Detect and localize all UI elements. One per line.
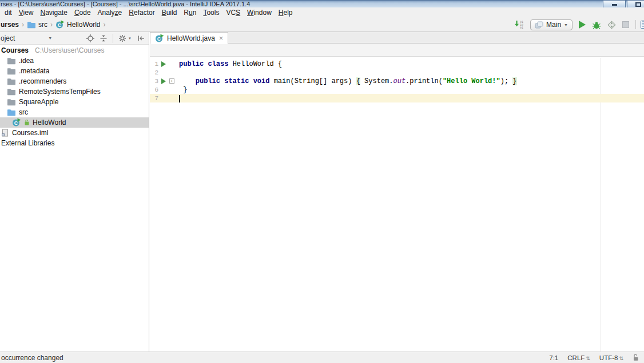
lock-unlocked-icon[interactable] <box>633 354 639 361</box>
code-line-3[interactable]: 3+ public static void main(String[] args… <box>150 77 644 85</box>
marker-icon <box>24 120 30 126</box>
line-number: 1 <box>150 61 158 68</box>
project-tree-item-courses[interactable]: CoursesC:\Users\user\Courses <box>0 45 149 56</box>
code-text <box>176 94 180 102</box>
project-tree-item--recommenders[interactable]: .recommenders <box>0 76 149 86</box>
run-line-icon[interactable] <box>161 61 166 67</box>
fold-expand-icon[interactable]: + <box>169 78 174 84</box>
menu-vcs[interactable]: VCS <box>222 8 244 17</box>
breadcrumb-item-helloworld[interactable]: CHelloWorld <box>55 20 100 29</box>
tab-label: HelloWorld.java <box>167 34 215 42</box>
gutter[interactable]: 6 <box>150 85 176 94</box>
project-tree-item-helloworld[interactable]: CHelloWorld <box>0 117 149 128</box>
tree-item-label: .recommenders <box>19 77 66 85</box>
tree-item-path: C:\Users\user\Courses <box>35 46 104 54</box>
maximize-icon <box>635 2 641 7</box>
menu-navigate[interactable]: Navigate <box>37 8 71 17</box>
code-line-1[interactable]: 1public class HelloWorld { <box>150 60 644 68</box>
menu-dit[interactable]: dit <box>1 8 15 17</box>
window-title: rses - [C:\Users\user\Courses] - [Course… <box>1 1 250 7</box>
folder-icon <box>7 57 16 65</box>
gutter[interactable]: 1 <box>150 60 176 68</box>
code-text: public static void main(String[] args) {… <box>176 77 517 85</box>
debug-button[interactable] <box>592 21 601 29</box>
line-separator-widget[interactable]: CRLF⇅ <box>567 354 590 361</box>
folder-icon <box>7 67 16 75</box>
menu-run[interactable]: Run <box>180 8 200 17</box>
menu-code[interactable]: Code <box>71 8 94 17</box>
code-segment-pl: main(String[] args) <box>274 77 356 85</box>
project-tree-item-squareapple[interactable]: SquareApple <box>0 97 149 107</box>
folder-icon <box>7 98 16 106</box>
main-area: oject ▼ ▼ CoursesC:\Users\user\Courses.i… <box>0 32 644 352</box>
folder-src-icon <box>7 108 16 116</box>
project-tree-item-external-libraries[interactable]: External Libraries <box>0 138 149 148</box>
project-tree-item--metadata[interactable]: .metadata <box>0 66 149 76</box>
code-line-7[interactable]: 7 <box>150 94 644 102</box>
run-config-icon <box>535 21 543 29</box>
tree-item-label: .idea <box>19 57 34 65</box>
project-tree-item-remotesystemstempfiles[interactable]: RemoteSystemsTempFiles <box>0 86 149 97</box>
code-segment-kw: public static void <box>196 77 274 85</box>
tree-item-label: .metadata <box>19 67 49 75</box>
navigation-bar: urses›src›CHelloWorld› 011001 Main ▼ <box>0 18 644 32</box>
updown-arrows-icon: ⇅ <box>619 356 623 361</box>
code-segment-fld: out <box>393 77 406 85</box>
run-with-coverage-button[interactable] <box>607 21 616 29</box>
title-bar: rses - [C:\Users\user\Courses] - [Course… <box>0 0 644 7</box>
tree-item-label: HelloWorld <box>33 119 66 127</box>
menu-window[interactable]: Window <box>244 8 275 17</box>
run-line-icon[interactable] <box>161 78 166 84</box>
collapse-all-icon[interactable] <box>100 34 108 42</box>
hide-panel-icon[interactable] <box>137 34 145 42</box>
folder-src-icon <box>27 21 36 29</box>
code-line-2[interactable]: 2 <box>150 68 644 77</box>
tab-helloworld-java[interactable]: C HelloWorld.java × <box>150 32 228 44</box>
annotate-arrow-icon[interactable]: 011001 <box>514 20 524 29</box>
code-segment-pl <box>179 77 196 85</box>
clipboard-icon[interactable] <box>641 20 644 29</box>
gutter[interactable]: 7 <box>150 94 176 102</box>
code-line-6[interactable]: 6 } <box>150 85 644 94</box>
chevron-down-icon[interactable]: ▼ <box>48 36 52 40</box>
code-editor[interactable]: 1public class HelloWorld {23+ public sta… <box>150 58 644 352</box>
updown-arrows-icon: ⇅ <box>586 356 590 361</box>
code-text: public class HelloWorld { <box>176 60 282 68</box>
scroll-from-source-icon[interactable] <box>86 34 94 42</box>
project-tree-item-src[interactable]: src <box>0 107 149 117</box>
menu-build[interactable]: Build <box>158 8 181 17</box>
project-tree-item--idea[interactable]: .idea <box>0 56 149 66</box>
breadcrumb-item-urses[interactable]: urses <box>1 21 19 29</box>
close-icon[interactable]: × <box>219 35 224 41</box>
menu-refactor[interactable]: Refactor <box>125 8 158 17</box>
menu-tools[interactable]: Tools <box>200 8 222 17</box>
editor-top-strip <box>150 44 644 57</box>
encoding-widget[interactable]: UTF-8⇅ <box>599 354 623 361</box>
breadcrumb-item-src[interactable]: src <box>27 21 47 29</box>
code-text: } <box>176 86 187 94</box>
run-configuration-select[interactable]: Main ▼ <box>530 19 573 30</box>
caret-position-widget[interactable]: 7:1 <box>549 354 558 361</box>
folder-icon <box>7 88 16 96</box>
code-segment-pl: } <box>179 86 187 94</box>
stop-button[interactable] <box>622 21 629 28</box>
menu-help[interactable]: Help <box>275 8 296 17</box>
text-caret <box>179 95 180 102</box>
project-view-selector[interactable]: oject <box>1 34 15 42</box>
gear-icon[interactable] <box>118 34 126 42</box>
chevron-down-icon: ▼ <box>128 37 132 40</box>
tree-item-label: src <box>19 108 28 116</box>
code-segment-pl: HelloWorld { <box>233 60 282 68</box>
menu-analyze[interactable]: Analyze <box>94 8 126 17</box>
project-tree: CoursesC:\Users\user\Courses.idea.metada… <box>0 45 149 352</box>
gutter[interactable]: 3+ <box>150 77 176 85</box>
gutter[interactable]: 2 <box>150 68 176 77</box>
run-button[interactable] <box>579 21 586 29</box>
code-segment-pl: ); <box>500 77 513 85</box>
project-tree-item-courses-iml[interactable]: Courses.iml <box>0 128 149 138</box>
svg-text:01: 01 <box>520 26 523 29</box>
menu-view[interactable]: View <box>15 8 37 17</box>
code-segment-pl: System. <box>360 77 393 85</box>
class-run-icon: C <box>55 20 65 29</box>
ide-window: rses - [C:\Users\user\Courses] - [Course… <box>0 0 644 363</box>
